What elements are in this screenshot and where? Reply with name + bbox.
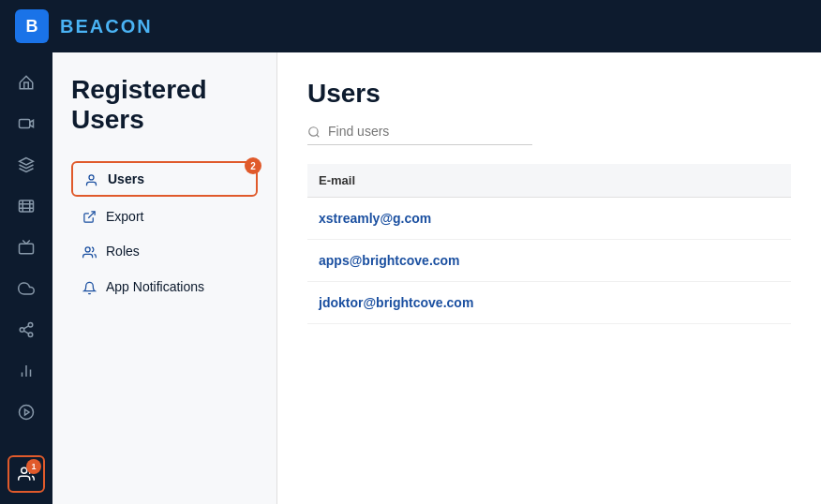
svg-point-16 bbox=[20, 406, 34, 420]
side-nav-label-roles: Roles bbox=[106, 244, 140, 259]
email-cell[interactable]: apps@brightcove.com bbox=[307, 240, 791, 282]
nav-share-icon[interactable] bbox=[7, 311, 45, 348]
nav-video-icon[interactable] bbox=[7, 105, 45, 142]
svg-marker-17 bbox=[25, 409, 30, 415]
nav-tv-icon[interactable] bbox=[7, 229, 45, 266]
table-row[interactable]: jdoktor@brightcove.com bbox=[307, 282, 791, 324]
side-nav-item-app-notifications[interactable]: App Notifications bbox=[71, 271, 258, 303]
side-nav-item-roles[interactable]: Roles bbox=[71, 235, 258, 267]
svg-line-12 bbox=[23, 326, 28, 329]
svg-rect-0 bbox=[20, 120, 30, 128]
app-title: BEACON bbox=[60, 16, 153, 37]
search-icon bbox=[307, 124, 321, 139]
side-nav-label-export: Export bbox=[106, 209, 143, 224]
side-panel: Registered Users Users 2 Export bbox=[52, 52, 277, 504]
topbar: B BEACON bbox=[0, 0, 821, 52]
svg-rect-2 bbox=[20, 200, 34, 212]
svg-point-22 bbox=[309, 127, 318, 136]
bell-icon bbox=[82, 278, 97, 295]
icon-nav: 1 bbox=[0, 52, 52, 504]
user-icon bbox=[84, 170, 98, 187]
search-input[interactable] bbox=[328, 124, 515, 139]
email-cell[interactable]: xstreamly@g.com bbox=[307, 198, 791, 240]
nav-cloud-icon[interactable] bbox=[7, 270, 45, 307]
main-content: Users E-mail xstreamly@g.comapps@brightc… bbox=[277, 52, 821, 504]
search-box bbox=[307, 124, 532, 145]
table-row[interactable]: apps@brightcove.com bbox=[307, 240, 791, 282]
nav-play-circle-icon[interactable] bbox=[7, 393, 45, 431]
email-cell[interactable]: jdoktor@brightcove.com bbox=[307, 282, 791, 324]
roles-icon bbox=[82, 243, 97, 259]
email-column-header: E-mail bbox=[307, 164, 791, 198]
main-layout: 1 Registered Users Users 2 Export bbox=[0, 52, 821, 504]
table-row[interactable]: xstreamly@g.com bbox=[307, 198, 791, 240]
svg-rect-7 bbox=[20, 244, 34, 254]
nav-analytics-icon[interactable] bbox=[7, 352, 45, 390]
side-nav-label-users: Users bbox=[108, 171, 144, 186]
svg-line-11 bbox=[23, 331, 28, 334]
svg-point-10 bbox=[28, 333, 33, 337]
side-nav-item-users[interactable]: Users 2 bbox=[71, 161, 258, 197]
nav-users-badge: 1 bbox=[26, 459, 41, 474]
users-table: E-mail xstreamly@g.comapps@brightcove.co… bbox=[307, 164, 791, 324]
side-nav-list: Users 2 Export Roles bbox=[71, 161, 258, 302]
svg-point-19 bbox=[89, 175, 94, 180]
svg-line-20 bbox=[88, 212, 95, 218]
nav-layers-icon[interactable] bbox=[7, 146, 45, 184]
logo-letter: B bbox=[26, 17, 38, 37]
svg-line-23 bbox=[317, 135, 320, 138]
svg-point-21 bbox=[85, 247, 90, 252]
side-nav-item-export[interactable]: Export bbox=[71, 200, 258, 232]
logo-box: B bbox=[15, 9, 49, 43]
side-panel-title: Registered Users bbox=[71, 75, 258, 135]
svg-marker-1 bbox=[20, 158, 34, 166]
users-item-badge: 2 bbox=[245, 157, 261, 174]
page-title: Users bbox=[307, 79, 791, 109]
nav-home-icon[interactable] bbox=[7, 64, 45, 101]
svg-point-9 bbox=[20, 328, 24, 333]
nav-registered-users-icon[interactable]: 1 bbox=[7, 455, 45, 493]
export-icon bbox=[82, 208, 97, 225]
nav-film-icon[interactable] bbox=[7, 187, 45, 225]
side-nav-label-app-notifications: App Notifications bbox=[106, 279, 204, 294]
svg-point-8 bbox=[28, 323, 33, 328]
